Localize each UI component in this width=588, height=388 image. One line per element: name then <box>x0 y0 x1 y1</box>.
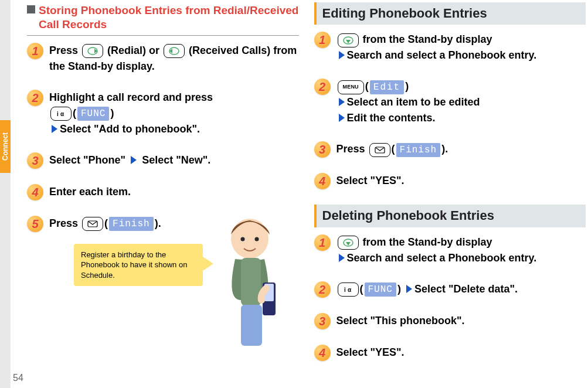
arrow-right-icon <box>339 51 345 59</box>
del-step-1: 1 from the Stand-by display Search and s… <box>314 234 586 266</box>
left-step-4: 4 Enter each item. <box>27 184 299 200</box>
step-number: 5 <box>27 216 43 232</box>
left-step-3: 3 Select "Phone" Select "New". <box>27 152 299 169</box>
svg-marker-15 <box>346 40 351 43</box>
step-number: 1 <box>314 234 331 251</box>
page-number: 54 <box>13 373 23 383</box>
mail-key-icon <box>82 217 103 231</box>
square-bullet-icon <box>27 5 35 13</box>
down-nav-key-icon <box>338 33 359 47</box>
del-step-2: 2 iα (FUNC) Select "Delete data". <box>314 281 586 298</box>
arrow-right-icon <box>52 125 57 133</box>
menu-key-icon: MENU <box>338 80 364 94</box>
arrow-right-icon <box>339 114 345 122</box>
svg-text:i: i <box>344 287 346 293</box>
step-number: 4 <box>27 184 43 200</box>
svg-point-7 <box>231 219 268 258</box>
finish-softkey-label: Finish <box>396 143 441 157</box>
step-number: 1 <box>27 43 43 59</box>
left-step-2: 2 Highlight a call record and press iα (… <box>27 90 299 137</box>
character-illustration <box>209 212 303 347</box>
edit-step-4: 4 Select "YES". <box>314 173 586 189</box>
arrow-right-icon <box>339 98 345 106</box>
left-nav-key-icon <box>164 44 185 58</box>
right-nav-key-icon <box>82 44 103 58</box>
edit-softkey-label: Edit <box>370 80 404 94</box>
svg-text:α: α <box>348 287 352 293</box>
step-number: 4 <box>314 345 331 361</box>
del-step-3: 3 Select "This phonebook". <box>314 313 586 329</box>
edit-step-2: 2 MENU(Edit) Select an item to be edited… <box>314 79 586 126</box>
del-step-4: 4 Select "YES". <box>314 345 586 361</box>
edit-step-1: 1 from the Stand-by display Search and s… <box>314 32 586 63</box>
deleting-heading: Deleting Phonebook Entries <box>314 205 586 227</box>
step-number: 3 <box>27 152 43 169</box>
arrow-right-icon <box>406 285 412 293</box>
down-nav-key-icon <box>338 236 359 250</box>
svg-marker-18 <box>346 242 351 246</box>
svg-point-8 <box>241 237 245 241</box>
editing-heading: Editing Phonebook Entries <box>314 2 586 25</box>
left-heading: Storing Phonebook Entries from Redial/Re… <box>27 2 299 36</box>
arrow-right-icon <box>339 254 345 262</box>
svg-text:α: α <box>60 111 64 117</box>
i-mode-key-icon: iα <box>50 107 72 121</box>
step-number: 2 <box>314 281 331 298</box>
side-tab: Connect <box>0 0 11 388</box>
step-number: 3 <box>314 141 331 158</box>
func-softkey-label: FUNC <box>365 283 396 297</box>
speech-bubble: Register a birthday to the Phonebook to … <box>74 244 203 287</box>
side-tab-label: Connect <box>1 132 9 161</box>
finish-softkey-label: Finish <box>109 217 154 231</box>
step-number: 2 <box>27 90 43 106</box>
edit-step-3: 3 Press (Finish). <box>314 141 586 158</box>
step-number: 2 <box>314 79 331 95</box>
right-column: Editing Phonebook Entries 1 from the Sta… <box>314 2 586 386</box>
side-tab-section: Connect <box>0 120 11 173</box>
svg-rect-13 <box>241 305 262 346</box>
left-column: Storing Phonebook Entries from Redial/Re… <box>27 2 299 386</box>
step-number: 1 <box>314 32 331 48</box>
left-step-1: 1 Press (Redial) or (Received Calls) fro… <box>27 43 299 74</box>
arrow-right-icon <box>131 156 137 164</box>
svg-text:i: i <box>57 111 59 117</box>
step-number: 3 <box>314 313 331 329</box>
i-mode-key-icon: iα <box>338 283 359 297</box>
mail-key-icon <box>369 143 390 157</box>
step-number: 4 <box>314 173 331 189</box>
svg-point-9 <box>255 237 259 241</box>
func-softkey-label: FUNC <box>77 107 109 121</box>
